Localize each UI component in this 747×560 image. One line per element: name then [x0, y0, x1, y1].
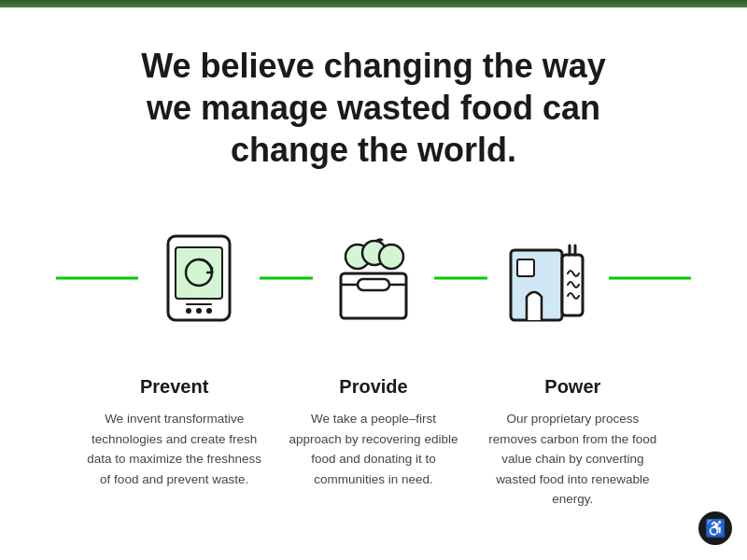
- prevent-title: Prevent: [84, 376, 264, 398]
- phone-icon: [148, 227, 250, 329]
- columns-row: Prevent We invent transformative technol…: [56, 376, 691, 510]
- headline-line3: change the world.: [231, 131, 516, 169]
- provide-column: Provide We take a people–first approach …: [283, 376, 463, 510]
- prevent-icon-wrapper: [138, 217, 260, 339]
- food-box-icon: [322, 227, 425, 329]
- icons-row: [56, 217, 691, 339]
- svg-point-4: [196, 308, 202, 314]
- prevent-column: Prevent We invent transformative technol…: [84, 376, 264, 510]
- headline-line1: We believe changing the way: [141, 47, 605, 85]
- svg-rect-1: [176, 247, 222, 299]
- top-strip: [0, 0, 747, 7]
- headline-line2: we manage wasted food can: [147, 89, 600, 127]
- accessibility-button[interactable]: ♿: [698, 511, 732, 545]
- power-text: Our proprietary process removes carbon f…: [483, 409, 663, 510]
- headline: We believe changing the way we manage wa…: [56, 45, 691, 171]
- svg-point-5: [206, 308, 212, 314]
- power-icon-wrapper: [487, 217, 609, 339]
- provide-text: We take a people–first approach by recov…: [283, 409, 463, 489]
- svg-point-9: [379, 245, 403, 269]
- power-title: Power: [483, 376, 663, 398]
- main-content: We believe changing the way we manage wa…: [0, 7, 747, 538]
- accessibility-icon: ♿: [705, 518, 726, 539]
- svg-rect-12: [358, 279, 389, 290]
- energy-icon: [497, 227, 599, 329]
- provide-icon-wrapper: [313, 217, 434, 339]
- provide-title: Provide: [283, 376, 463, 398]
- svg-rect-14: [517, 259, 534, 276]
- power-column: Power Our proprietary process removes ca…: [483, 376, 663, 510]
- prevent-text: We invent transformative technologies an…: [84, 409, 264, 489]
- svg-point-3: [186, 308, 191, 314]
